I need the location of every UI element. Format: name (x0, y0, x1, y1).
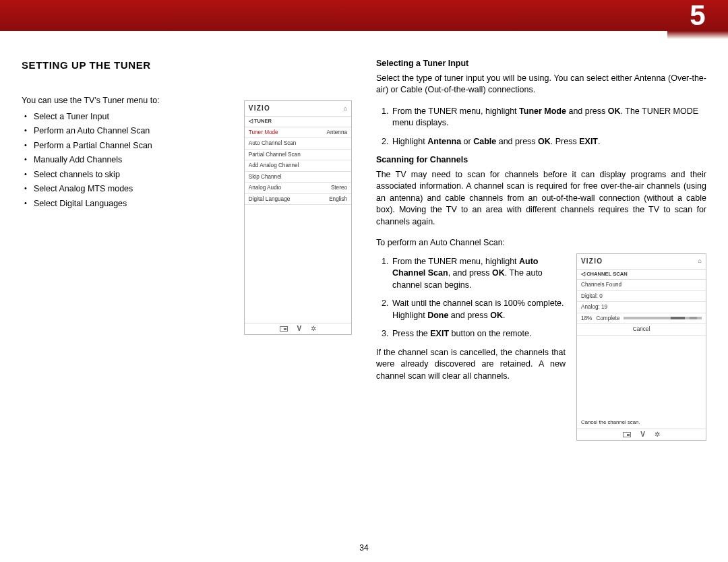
intro-text: You can use the TV's Tuner menu to: (22, 95, 226, 107)
osd-row-label: Tuner Mode (249, 129, 278, 136)
feature-bullet-list: Select a Tuner Input Perform an Auto Cha… (22, 111, 226, 210)
osd-crumb-label: TUNER (254, 118, 272, 124)
list-item: Select Analog MTS modes (34, 183, 226, 195)
back-icon: ◁ (249, 118, 253, 124)
section-title: SETTING UP THE TUNER (22, 58, 352, 72)
steps-tuner-input: From the TUNER menu, highlight Tuner Mod… (376, 106, 706, 148)
progress-percent: 18% (581, 315, 592, 322)
step-item: Highlight Antenna or Cable and press OK.… (391, 136, 706, 148)
osd-row: Add Analog Channel (245, 160, 351, 171)
list-item: Perform an Auto Channel Scan (34, 125, 226, 137)
osd-row-value: English (329, 195, 347, 203)
header-band: 5 (0, 0, 728, 31)
chapter-number: 5 (667, 0, 728, 39)
list-item: Select Digital Languages (34, 198, 226, 210)
left-column: SETTING UP THE TUNER You can use the TV'… (22, 58, 352, 441)
step-item: Wait until the channel scan is 100% comp… (391, 298, 566, 321)
steps-auto-scan: From the TUNER menu, highlight Auto Chan… (376, 256, 566, 340)
progress-label: Complete (596, 315, 619, 322)
osd-row-label: Skip Channel (249, 173, 282, 181)
subsection-heading: Selecting a Tuner Input (376, 58, 706, 70)
osd-row: Partial Channel Scan (245, 150, 351, 160)
osd-breadcrumb: ◁ TUNER (245, 116, 351, 127)
osd-row-digital: Digital: 0 (577, 291, 706, 302)
osd-row-analog: Analog: 19 (577, 302, 706, 313)
osd-brand: VIZIO (249, 104, 270, 113)
list-item: Select channels to skip (34, 169, 226, 181)
osd-row: Channels Found (577, 280, 706, 290)
osd-row-tuner-mode: Tuner Mode Antenna (245, 127, 351, 138)
osd-row: Analog Audio Stereo (245, 183, 351, 193)
step-item: From the TUNER menu, highlight Auto Chan… (391, 256, 566, 292)
tuner-menu-screenshot: VIZIO ⌂ ◁ TUNER Tuner Mode Antenna Auto … (244, 100, 352, 335)
list-item: Select a Tuner Input (34, 111, 226, 123)
step-item: From the TUNER menu, highlight Tuner Mod… (391, 106, 706, 129)
osd-row-value: Stereo (331, 184, 347, 191)
right-column: Selecting a Tuner Input Select the type … (376, 58, 706, 441)
paragraph: The TV may need to scan for channels bef… (376, 169, 706, 228)
paragraph: If the channel scan is cancelled, the ch… (376, 347, 566, 383)
osd-row-label: Auto Channel Scan (249, 139, 297, 147)
paragraph: Select the type of tuner input you will … (376, 73, 706, 96)
list-item: Manually Add Channels (34, 154, 226, 166)
osd-row-label: Analog Audio (249, 184, 281, 191)
pip-icon (280, 326, 288, 332)
osd-row-value: Antenna (326, 129, 347, 136)
progress-bar (624, 317, 702, 319)
cancel-button: Cancel (577, 324, 706, 335)
status-text: Cancel the channel scan. (577, 416, 706, 429)
osd-bottom-bar: V ✲ (245, 323, 351, 334)
pip-icon (623, 432, 631, 437)
osd-bottom-bar: V ✲ (577, 429, 706, 440)
osd-row-label: Add Analog Channel (249, 162, 299, 169)
home-icon: ⌂ (698, 257, 702, 266)
subsection-heading: Scanning for Channels (376, 154, 706, 166)
page-number: 34 (0, 543, 728, 553)
osd-brand: VIZIO (581, 257, 603, 266)
step-item: Press the EXIT button on the remote. (391, 328, 566, 340)
page-columns: SETTING UP THE TUNER You can use the TV'… (0, 31, 728, 441)
v-icon: V (297, 326, 302, 332)
list-item: Perform a Partial Channel Scan (34, 140, 226, 152)
osd-breadcrumb: ◁ CHANNEL SCAN (577, 269, 706, 280)
gear-icon: ✲ (655, 432, 660, 437)
home-icon: ⌂ (344, 104, 347, 113)
osd-crumb-label: CHANNEL SCAN (586, 271, 628, 277)
osd-row: Skip Channel (245, 172, 351, 183)
back-icon: ◁ (581, 271, 585, 277)
osd-row: Auto Channel Scan (245, 138, 351, 149)
osd-row-label: Digital Language (249, 195, 290, 203)
paragraph: To perform an Auto Channel Scan: (376, 237, 706, 249)
osd-row-label: Partial Channel Scan (249, 151, 301, 158)
gear-icon: ✲ (311, 326, 316, 332)
channel-scan-screenshot: VIZIO ⌂ ◁ CHANNEL SCAN Channels Found Di… (576, 253, 706, 441)
v-icon: V (640, 432, 645, 437)
progress-row: 18% Complete (577, 313, 706, 324)
osd-row: Digital Language English (245, 194, 351, 205)
